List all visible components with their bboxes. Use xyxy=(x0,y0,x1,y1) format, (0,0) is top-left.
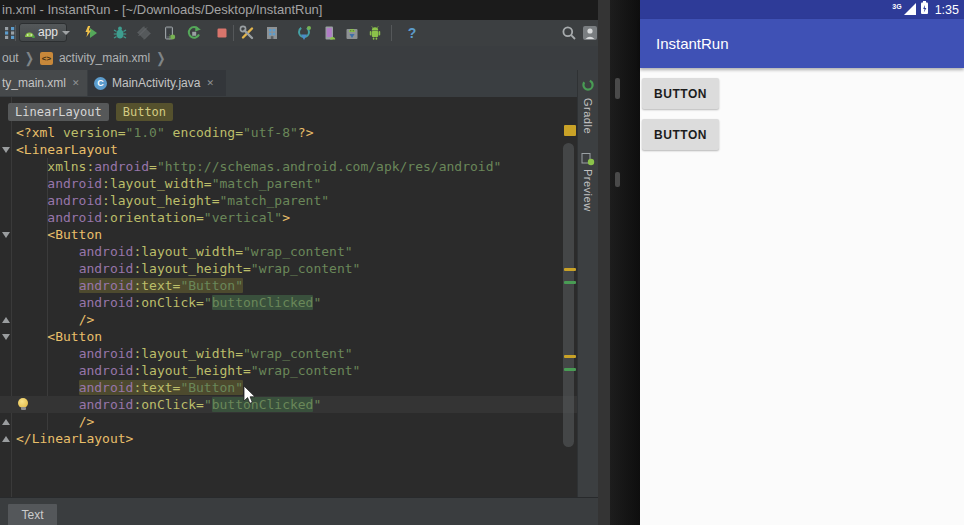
gradle-sync-icon[interactable] xyxy=(296,25,312,41)
code-line[interactable]: android:layout_width="match_parent" xyxy=(0,175,577,192)
code-line[interactable]: </LinearLayout> xyxy=(0,430,577,447)
code-line[interactable]: /> xyxy=(0,311,577,328)
device-monitor-icon[interactable] xyxy=(367,25,383,41)
sdk-manager-icon[interactable] xyxy=(344,25,360,41)
scrollbar-thumb[interactable] xyxy=(563,143,574,447)
fold-collapse-icon[interactable] xyxy=(2,334,10,340)
code-line[interactable]: android:layout_width="wrap_content" xyxy=(0,243,577,260)
main-toolbar: app xyxy=(0,20,598,47)
code-line[interactable]: android:layout_height="wrap_content" xyxy=(0,362,577,379)
tool-window-preview[interactable]: Preview xyxy=(582,169,594,212)
editor-breadcrumbs: LinearLayout Button xyxy=(8,103,173,121)
avd-manager-icon[interactable] xyxy=(321,25,337,41)
toolbar-separator xyxy=(15,25,16,41)
breadcrumb-chip-linearlayout[interactable]: LinearLayout xyxy=(8,103,109,121)
emulator-side-button xyxy=(615,78,620,99)
fold-end-icon[interactable] xyxy=(2,317,10,323)
navigation-breadcrumb: out <> activity_main.xml xyxy=(0,46,598,71)
attach-debugger-icon[interactable] xyxy=(161,25,177,41)
editor-mode-bar: Text xyxy=(0,497,598,525)
emulator-screen: 3G 1:35 InstantRun BUTTON BUTTON xyxy=(640,0,964,525)
chevron-right-icon xyxy=(152,50,169,67)
signal-icon xyxy=(904,1,916,19)
code-line[interactable]: android:layout_width="wrap_content" xyxy=(0,345,577,362)
error-stripe-mark[interactable] xyxy=(564,281,576,284)
tab-label: MainActivity.java xyxy=(112,76,200,90)
code-line[interactable]: android:onClick="buttonClicked" xyxy=(0,294,577,311)
preview-icon xyxy=(581,152,595,170)
window-title: in.xml - InstantRun - [~/Downloads/Deskt… xyxy=(2,2,322,17)
error-stripe-mark[interactable] xyxy=(564,355,576,358)
rerun-icon[interactable] xyxy=(186,25,202,41)
code-line[interactable]: android:onClick="buttonClicked" xyxy=(0,396,577,413)
toolbar-separator xyxy=(391,25,392,41)
code-line[interactable]: <Button xyxy=(0,226,577,243)
code-line[interactable]: android:text="Button" xyxy=(0,277,577,294)
code-line[interactable]: android:text="Button" xyxy=(0,379,577,396)
code-line[interactable]: xmlns:android="http://schemas.android.co… xyxy=(0,158,577,175)
chevron-down-icon xyxy=(62,31,70,35)
window-titlebar: in.xml - InstantRun - [~/Downloads/Deskt… xyxy=(0,0,600,20)
stop-icon[interactable] xyxy=(214,25,230,41)
code-line[interactable]: android:layout_height="wrap_content" xyxy=(0,260,577,277)
network-type-label: 3G xyxy=(892,3,901,10)
android-studio-window: in.xml - InstantRun - [~/Downloads/Deskt… xyxy=(0,0,598,525)
editor-tab-bar: ty_main.xml C MainActivity.java xyxy=(0,70,598,98)
fold-end-icon[interactable] xyxy=(2,436,10,442)
device-status-bar: 3G 1:35 xyxy=(640,0,964,19)
emulator-side-button xyxy=(615,172,620,187)
app-bar: InstantRun xyxy=(640,19,964,68)
close-icon[interactable] xyxy=(206,78,214,88)
run-icon[interactable] xyxy=(83,25,99,41)
help-icon[interactable]: ? xyxy=(404,25,420,41)
chevron-right-icon xyxy=(21,50,38,67)
sync-project-icon[interactable] xyxy=(239,25,255,41)
tab-label: ty_main.xml xyxy=(2,76,66,90)
right-tool-stripe: Gradle Preview xyxy=(577,70,598,497)
breadcrumb-chip-button[interactable]: Button xyxy=(116,103,173,121)
emulator-bezel xyxy=(610,0,640,525)
code-line[interactable]: <?xml version="1.0" encoding="utf-8"?> xyxy=(0,124,577,141)
code-editor[interactable]: LinearLayout Button <?xml version="1.0" … xyxy=(0,97,577,497)
window-gap xyxy=(598,0,610,525)
user-icon[interactable] xyxy=(582,25,598,41)
search-icon[interactable] xyxy=(561,25,577,41)
clock-label: 1:35 xyxy=(935,3,959,17)
fold-collapse-icon[interactable] xyxy=(2,147,10,153)
tool-window-gradle[interactable]: Gradle xyxy=(582,98,594,134)
java-class-icon: C xyxy=(94,77,107,90)
error-stripe-mark[interactable] xyxy=(564,368,576,371)
project-structure-icon[interactable] xyxy=(264,25,280,41)
code-line[interactable]: /> xyxy=(0,413,577,430)
code-line[interactable]: android:layout_height="match_parent" xyxy=(0,192,577,209)
tab-activity-main-xml[interactable]: ty_main.xml xyxy=(0,70,87,96)
gradle-icon xyxy=(581,78,595,96)
screenshot-root: in.xml - InstantRun - [~/Downloads/Deskt… xyxy=(0,0,964,525)
breadcrumb-item-file[interactable]: activity_main.xml xyxy=(57,51,152,65)
app-button-2[interactable]: BUTTON xyxy=(642,119,719,150)
tab-mainactivity-java[interactable]: C MainActivity.java xyxy=(88,70,226,96)
debug-icon[interactable] xyxy=(112,25,128,41)
error-stripe-mark[interactable] xyxy=(564,268,576,271)
fold-collapse-icon[interactable] xyxy=(2,232,10,238)
close-icon[interactable] xyxy=(72,78,80,88)
coverage-icon[interactable] xyxy=(136,25,152,41)
breadcrumb-item-layout[interactable]: out xyxy=(0,51,21,65)
app-title: InstantRun xyxy=(640,19,964,68)
code-lines[interactable]: <?xml version="1.0" encoding="utf-8"?><L… xyxy=(0,124,577,447)
code-line[interactable]: <LinearLayout xyxy=(0,141,577,158)
run-configuration-dropdown[interactable]: app xyxy=(19,23,67,42)
intention-bulb-icon[interactable] xyxy=(18,398,28,408)
battery-icon xyxy=(920,0,929,19)
error-stripe-mark[interactable] xyxy=(564,125,576,136)
toolbar-separator xyxy=(233,25,234,41)
run-config-label: app xyxy=(38,24,58,41)
app-button-1[interactable]: BUTTON xyxy=(642,78,719,109)
mouse-cursor xyxy=(243,385,257,409)
tab-text-mode[interactable]: Text xyxy=(8,504,57,525)
code-line[interactable]: android:orientation="vertical"> xyxy=(0,209,577,226)
xml-file-icon: <> xyxy=(40,52,53,65)
fold-end-icon[interactable] xyxy=(2,419,10,425)
android-head-icon xyxy=(24,24,35,42)
code-line[interactable]: <Button xyxy=(0,328,577,345)
